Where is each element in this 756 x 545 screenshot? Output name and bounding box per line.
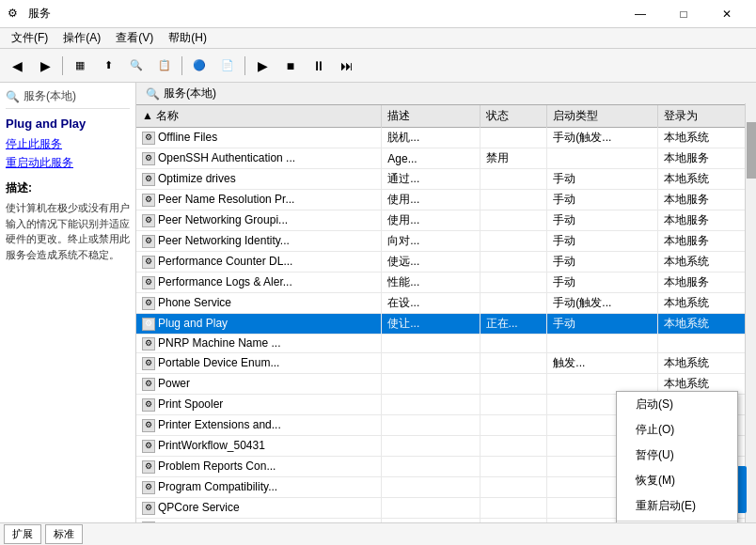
menu-help[interactable]: 帮助(H) bbox=[161, 28, 214, 48]
service-name-cell: ⚙Offline Files bbox=[136, 128, 382, 148]
table-row[interactable]: ⚙Performance Counter DL...使远...手动本地系统 bbox=[136, 252, 756, 272]
service-startup-cell: 触发... bbox=[547, 352, 657, 373]
toolbar-pause[interactable]: ⏸ bbox=[306, 53, 332, 79]
service-name-cell: ⚙Peer Name Resolution Pr... bbox=[136, 190, 382, 210]
service-startup-cell: 手动 bbox=[547, 210, 657, 231]
service-startup-cell: 手动 bbox=[547, 314, 657, 335]
panel-header-label: 服务(本地) bbox=[164, 86, 216, 101]
service-name-cell: ⚙Power bbox=[136, 373, 382, 394]
table-header: ▲ 名称描述状态启动类型登录为 bbox=[136, 105, 756, 128]
menu-view[interactable]: 查看(V) bbox=[108, 28, 161, 48]
ctx-pause[interactable]: 暂停(U) bbox=[617, 443, 737, 468]
service-name-cell: ⚙Plug and Play bbox=[136, 314, 382, 335]
service-desc-cell bbox=[382, 352, 480, 373]
toolbar-back[interactable]: ◀ bbox=[4, 53, 30, 79]
toolbar-stop[interactable]: ■ bbox=[277, 53, 304, 79]
service-login-cell: 本地系统 bbox=[657, 352, 755, 373]
service-status-cell: 禁用 bbox=[480, 148, 547, 169]
service-name-cell: ⚙PrintWorkflow_50431 bbox=[136, 435, 382, 456]
minimize-button[interactable]: — bbox=[619, 0, 662, 28]
toolbar-flag[interactable]: 🔵 bbox=[186, 53, 213, 79]
service-status-cell bbox=[480, 293, 547, 314]
toolbar-sep-1 bbox=[62, 56, 63, 75]
service-name-cell: ⚙Quality Windows Audi... bbox=[136, 518, 382, 522]
service-status-cell bbox=[480, 352, 547, 373]
service-status-cell bbox=[480, 394, 547, 414]
service-name-cell: ⚙Peer Networking Identity... bbox=[136, 231, 382, 252]
service-name-cell: ⚙OpenSSH Authentication ... bbox=[136, 148, 382, 169]
service-name-cell: ⚙QPCore Service bbox=[136, 497, 382, 518]
table-row[interactable]: ⚙Peer Name Resolution Pr...使用...手动本地服务 bbox=[136, 190, 756, 210]
ctx-restart[interactable]: 重新启动(E) bbox=[617, 493, 737, 519]
service-desc-cell bbox=[382, 456, 480, 476]
close-button[interactable]: ✕ bbox=[705, 0, 748, 28]
toolbar-tree[interactable]: ▦ bbox=[67, 53, 93, 79]
ctx-start[interactable]: 启动(S) bbox=[617, 392, 737, 417]
toolbar-filter[interactable]: 🔍 bbox=[123, 53, 150, 79]
service-desc-cell: 使远... bbox=[382, 252, 480, 272]
ctx-stop[interactable]: 停止(O) bbox=[617, 417, 737, 443]
table-row[interactable]: ⚙Plug and Play使让...正在...手动本地系统 bbox=[136, 314, 756, 335]
ctx-resume[interactable]: 恢复(M) bbox=[617, 468, 737, 493]
toolbar-sep-2 bbox=[181, 56, 182, 75]
toolbar-export[interactable]: 📋 bbox=[151, 53, 178, 79]
left-panel-search-icon: 🔍 bbox=[6, 90, 20, 103]
service-status-cell bbox=[480, 497, 547, 518]
col-header-2[interactable]: 状态 bbox=[480, 105, 547, 128]
table-row[interactable]: ⚙Peer Networking Identity...向对...手动本地服务 bbox=[136, 231, 756, 252]
toolbar-restart[interactable]: ⏭ bbox=[334, 53, 360, 79]
col-header-0[interactable]: ▲ 名称 bbox=[136, 105, 382, 128]
tab-standard[interactable]: 标准 bbox=[45, 524, 83, 544]
service-login-cell: 本地服务 bbox=[657, 148, 755, 169]
tab-expand[interactable]: 扩展 bbox=[4, 524, 41, 544]
table-row[interactable]: ⚙Portable Device Enum...触发...本地系统 bbox=[136, 352, 756, 373]
table-row[interactable]: ⚙Performance Logs & Aler...性能...手动本地服务 bbox=[136, 272, 756, 293]
col-header-3[interactable]: 启动类型 bbox=[547, 105, 657, 128]
col-header-4[interactable]: 登录为 bbox=[657, 105, 755, 128]
menu-file[interactable]: 文件(F) bbox=[4, 28, 55, 48]
service-name-cell: ⚙PNRP Machine Name ... bbox=[136, 335, 382, 353]
service-name-cell: ⚙Printer Extensions and... bbox=[136, 414, 382, 435]
service-status-cell bbox=[480, 252, 547, 272]
service-desc-cell bbox=[382, 497, 480, 518]
toolbar-up[interactable]: ⬆ bbox=[95, 53, 121, 79]
service-desc-cell: Age... bbox=[382, 148, 480, 169]
left-panel: 🔍 服务(本地) Plug and Play 停止此服务 重启动此服务 描述: … bbox=[0, 83, 136, 522]
service-login-cell: 本地服务 bbox=[657, 272, 755, 293]
table-row[interactable]: ⚙Offline Files脱机...手动(触发...本地系统 bbox=[136, 128, 756, 148]
service-login-cell: 本地系统 bbox=[657, 293, 755, 314]
service-startup-cell: 手动 bbox=[547, 190, 657, 210]
scroll-thumb[interactable] bbox=[747, 122, 756, 179]
service-desc-cell: 在设... bbox=[382, 293, 480, 314]
scrollbar[interactable] bbox=[745, 103, 756, 522]
col-header-1[interactable]: 描述 bbox=[382, 105, 480, 128]
service-login-cell: 本地系统 bbox=[657, 128, 755, 148]
service-login-cell: 本地系统 bbox=[657, 252, 755, 272]
table-row[interactable]: ⚙Peer Networking Groupi...使用...手动本地服务 bbox=[136, 210, 756, 231]
table-row[interactable]: ⚙PNRP Machine Name ... bbox=[136, 335, 756, 353]
maximize-button[interactable]: □ bbox=[662, 0, 705, 28]
service-desc-cell: 使用... bbox=[382, 190, 480, 210]
toolbar-doc[interactable]: 📄 bbox=[214, 53, 241, 79]
context-menu: 启动(S) 停止(O) 暂停(U) 恢复(M) 重新启动(E) 所有任务(K) … bbox=[616, 391, 738, 522]
toolbar-forward[interactable]: ▶ bbox=[32, 53, 58, 79]
service-login-cell bbox=[657, 335, 755, 353]
search-icon: 🔍 bbox=[146, 87, 160, 101]
service-desc-cell: 性能... bbox=[382, 272, 480, 293]
stop-service-link[interactable]: 停止此服务 bbox=[6, 136, 130, 152]
service-status-cell bbox=[480, 456, 547, 476]
toolbar-play[interactable]: ▶ bbox=[249, 53, 276, 79]
restart-service-link[interactable]: 重启动此服务 bbox=[6, 155, 130, 171]
menu-action[interactable]: 操作(A) bbox=[55, 28, 108, 48]
right-panel: 🔍 服务(本地) ▲ 名称描述状态启动类型登录为 ⚙Offline Files脱… bbox=[136, 83, 756, 522]
table-row[interactable]: ⚙OpenSSH Authentication ...Age...禁用本地服务 bbox=[136, 148, 756, 169]
service-status-cell bbox=[480, 414, 547, 435]
selected-service-title: Plug and Play bbox=[6, 117, 130, 131]
table-row[interactable]: ⚙Phone Service在设...手动(触发...本地系统 bbox=[136, 293, 756, 314]
service-desc-cell: 向对... bbox=[382, 231, 480, 252]
title-bar: ⚙ 服务 — □ ✕ bbox=[0, 0, 756, 28]
service-desc-cell bbox=[382, 414, 480, 435]
table-row[interactable]: ⚙Optimize drives通过...手动本地系统 bbox=[136, 169, 756, 190]
service-login-cell: 本地系统 bbox=[657, 314, 755, 335]
service-status-cell bbox=[480, 190, 547, 210]
